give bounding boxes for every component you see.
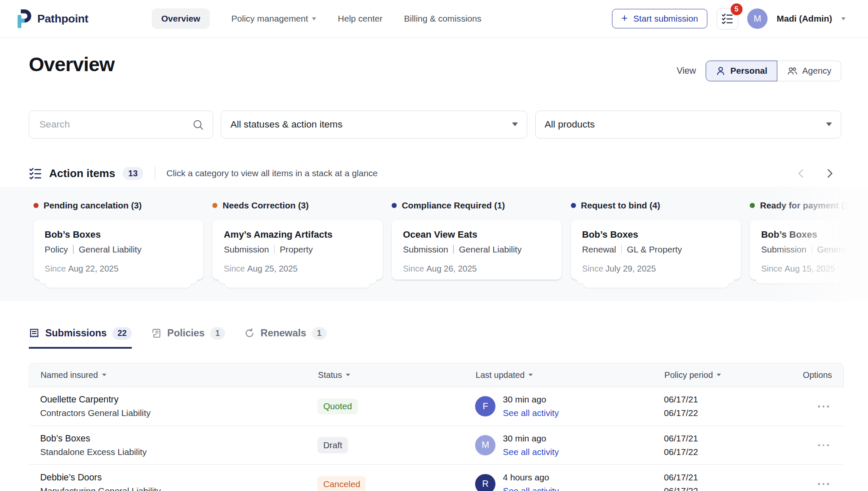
- tab-count: 22: [112, 327, 131, 340]
- category-pending-cancelation: Pending cancelation (3) Bob’s Boxes Poli…: [33, 200, 203, 287]
- table-row[interactable]: Ouellette Carpentry Contractors General …: [29, 387, 844, 426]
- view-toggle: View Personal: [676, 61, 841, 81]
- updated-cell: M 30 min ago See all activity: [464, 432, 653, 459]
- plus-icon: +: [621, 13, 628, 23]
- user-menu-chevron-icon[interactable]: [841, 17, 846, 20]
- user-avatar[interactable]: M: [747, 8, 768, 29]
- policies-icon: [151, 328, 161, 338]
- card-subtitle: PolicyGeneral Liability: [45, 244, 192, 255]
- nav-item-billing[interactable]: Billing & comissions: [404, 14, 481, 24]
- action-items-button[interactable]: 5: [717, 8, 738, 30]
- brand[interactable]: Pathpoint: [15, 9, 89, 29]
- insured-name: Ouellette Carpentry: [40, 393, 306, 406]
- action-item-card[interactable]: Bob’s Boxes RenewalGL & Property SinceJu…: [571, 220, 741, 280]
- submissions-icon: [29, 328, 39, 338]
- view-option-agency[interactable]: Agency: [777, 61, 841, 81]
- person-icon: [716, 66, 726, 76]
- action-items-count: 13: [122, 167, 143, 180]
- sort-icon: [102, 374, 106, 376]
- brand-name: Pathpoint: [37, 12, 89, 25]
- user-name[interactable]: Madi (Admin): [777, 14, 832, 24]
- nav-item-help-center[interactable]: Help center: [338, 14, 383, 24]
- table-row[interactable]: Bob’s Boxes Standalone Excess Liability …: [29, 426, 844, 465]
- status-cell: Canceled: [306, 476, 464, 491]
- sort-icon: [717, 374, 721, 376]
- search-icon: [192, 119, 204, 130]
- card-stack: [219, 280, 376, 283]
- action-items-header: Action items 13 Click a category to view…: [29, 166, 835, 180]
- category-label[interactable]: Pending cancelation (3): [33, 200, 203, 211]
- action-item-card[interactable]: Bob’s Boxes PolicyGeneral Liability Sinc…: [33, 220, 203, 280]
- tab-count: 1: [312, 327, 327, 340]
- action-item-card[interactable]: Amy’s Amazing Artifacts SubmissionProper…: [212, 220, 382, 280]
- view-option-personal[interactable]: Personal: [706, 61, 777, 81]
- main-nav: Overview Policy management Help center B…: [152, 8, 481, 29]
- category-label[interactable]: Compliance Required (1): [392, 200, 562, 211]
- insured-cell: Bob’s Boxes Standalone Excess Liability: [29, 432, 306, 459]
- nav-item-overview[interactable]: Overview: [152, 8, 210, 29]
- filter-row: All statuses & action items All products: [29, 111, 841, 138]
- card-title: Ocean View Eats: [403, 229, 551, 240]
- options-button[interactable]: [775, 444, 844, 447]
- col-status[interactable]: Status: [307, 370, 465, 380]
- chevron-down-icon: [512, 122, 518, 126]
- chevron-right-icon[interactable]: [824, 168, 835, 179]
- product-filter-select[interactable]: All products: [535, 111, 842, 138]
- category-compliance-required: Compliance Required (1) Ocean View Eats …: [392, 200, 562, 287]
- sort-icon: [346, 374, 350, 376]
- status-dot: [750, 203, 755, 208]
- card-since: SinceAug 25, 2025: [224, 264, 371, 274]
- updated-cell: F 30 min ago See all activity: [464, 393, 653, 420]
- top-nav: Pathpoint Overview Policy management Hel…: [0, 0, 868, 38]
- status-filter-select[interactable]: All statuses & action items: [221, 111, 527, 138]
- category-label[interactable]: Needs Correction (3): [212, 200, 382, 211]
- table-row[interactable]: Debbie’s Doors Manufacturing General Lia…: [29, 465, 844, 491]
- options-button[interactable]: [775, 483, 844, 485]
- avatar: M: [475, 435, 495, 455]
- card-title: Bob’s Boxes: [45, 229, 192, 240]
- see-all-activity-link[interactable]: See all activity: [503, 445, 559, 459]
- action-item-card[interactable]: Ocean View Eats SubmissionGeneral Liabil…: [392, 220, 562, 280]
- chevron-left-icon[interactable]: [796, 168, 807, 179]
- period-cell: 06/17/2106/17/22: [653, 393, 775, 420]
- status-dot: [212, 203, 217, 208]
- col-options: Options: [775, 370, 843, 380]
- card-since: SinceJuly 29, 2025: [582, 264, 729, 274]
- search-field[interactable]: [29, 111, 213, 138]
- card-subtitle: SubmissionProperty: [224, 244, 371, 255]
- card-stack: [46, 283, 191, 287]
- insured-cell: Debbie’s Doors Manufacturing General Lia…: [29, 471, 306, 491]
- tab-renewals[interactable]: Renewals 1: [244, 327, 326, 349]
- checklist-icon: [721, 13, 733, 25]
- nav-item-policy-management[interactable]: Policy management: [231, 14, 317, 24]
- status-dot: [33, 203, 39, 208]
- status-dot: [571, 203, 576, 208]
- tabs: Submissions 22 Policies 1: [29, 327, 841, 349]
- col-policy-period[interactable]: Policy period: [653, 370, 775, 380]
- insured-cell: Ouellette Carpentry Contractors General …: [29, 393, 306, 420]
- options-button[interactable]: [775, 405, 844, 408]
- start-submission-button[interactable]: + Start submission: [612, 9, 707, 29]
- col-last-updated[interactable]: Last updated: [465, 370, 653, 380]
- view-segmented-control: Personal Agency: [706, 61, 841, 81]
- category-needs-correction: Needs Correction (3) Amy’s Amazing Artif…: [212, 200, 382, 287]
- status-badge: Canceled: [317, 476, 366, 491]
- action-items-hint: Click a category to view all items in a …: [167, 168, 378, 178]
- card-subtitle: SubmissionGeneral Liability: [403, 244, 551, 255]
- status-badge: Quoted: [317, 399, 357, 414]
- page-title: Overview: [29, 53, 114, 76]
- category-label[interactable]: Request to bind (4): [571, 200, 741, 211]
- see-all-activity-link[interactable]: See all activity: [503, 484, 559, 491]
- insured-name: Bob’s Boxes: [40, 432, 306, 445]
- col-named-insured[interactable]: Named insured: [29, 370, 307, 380]
- notification-badge: 5: [731, 3, 743, 15]
- card-title: Bob’s Boxes: [582, 229, 729, 240]
- pathpoint-logo-icon: [15, 9, 32, 29]
- tab-policies[interactable]: Policies 1: [151, 327, 225, 349]
- search-input[interactable]: [38, 118, 192, 131]
- see-all-activity-link[interactable]: See all activity: [503, 406, 559, 420]
- chevron-down-icon: [826, 122, 832, 126]
- renewals-icon: [244, 328, 255, 338]
- tab-submissions[interactable]: Submissions 22: [29, 327, 132, 349]
- category-request-to-bind: Request to bind (4) Bob’s Boxes RenewalG…: [571, 200, 741, 287]
